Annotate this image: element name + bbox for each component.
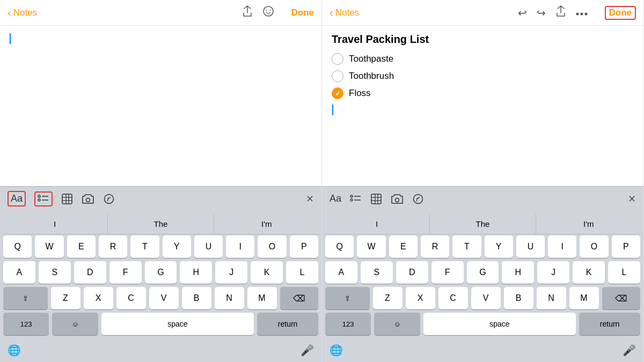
- rkey-f[interactable]: F: [431, 261, 464, 284]
- right-back-button[interactable]: ‹ Notes: [330, 6, 359, 19]
- check-circle-floss[interactable]: [332, 87, 343, 99]
- key-numbers[interactable]: 123: [3, 313, 49, 335]
- rkey-r[interactable]: R: [421, 235, 449, 258]
- right-markup-button[interactable]: [412, 193, 424, 205]
- rkey-t[interactable]: T: [452, 235, 481, 258]
- rkey-g[interactable]: G: [467, 261, 499, 284]
- key-r[interactable]: R: [99, 235, 127, 258]
- rkey-shift[interactable]: ⇧: [325, 287, 370, 309]
- rkey-n[interactable]: N: [537, 287, 566, 309]
- left-table-button[interactable]: [61, 193, 73, 205]
- key-z[interactable]: Z: [51, 287, 80, 309]
- key-n[interactable]: N: [215, 287, 244, 309]
- left-suggest-i[interactable]: I: [2, 214, 108, 234]
- left-suggest-the[interactable]: The: [108, 214, 214, 234]
- left-globe-icon[interactable]: 🌐: [8, 344, 21, 357]
- rkey-i[interactable]: I: [548, 235, 576, 258]
- rkey-numbers[interactable]: 123: [325, 313, 371, 335]
- key-shift[interactable]: ⇧: [3, 287, 48, 309]
- key-y[interactable]: Y: [163, 235, 191, 258]
- key-l[interactable]: L: [286, 261, 318, 284]
- rkey-k[interactable]: K: [573, 261, 605, 284]
- right-mic-icon[interactable]: 🎤: [623, 344, 636, 357]
- rkey-d[interactable]: D: [396, 261, 428, 284]
- key-s[interactable]: S: [39, 261, 71, 284]
- right-more-icon[interactable]: [576, 6, 588, 19]
- key-b[interactable]: B: [182, 287, 211, 309]
- rkey-return[interactable]: return: [579, 313, 640, 335]
- key-i[interactable]: I: [226, 235, 254, 258]
- right-globe-icon[interactable]: 🌐: [330, 344, 343, 357]
- rkey-delete[interactable]: ⌫: [602, 287, 641, 309]
- right-suggest-im[interactable]: I'm: [536, 214, 641, 234]
- key-g[interactable]: G: [145, 261, 177, 284]
- rkey-p[interactable]: P: [612, 235, 640, 258]
- rkey-y[interactable]: Y: [485, 235, 513, 258]
- rkey-u[interactable]: U: [516, 235, 545, 258]
- key-emoji[interactable]: ☺: [52, 313, 98, 335]
- right-share-icon[interactable]: [555, 5, 566, 20]
- rkey-x[interactable]: X: [406, 287, 435, 309]
- key-a[interactable]: A: [3, 261, 35, 284]
- right-close-kb-button[interactable]: ✕: [628, 193, 636, 205]
- right-camera-button[interactable]: [391, 194, 404, 204]
- key-f[interactable]: F: [109, 261, 142, 284]
- right-aa-button[interactable]: Aa: [330, 193, 341, 204]
- svg-point-13: [105, 194, 114, 203]
- rkey-m[interactable]: M: [569, 287, 599, 309]
- key-w[interactable]: W: [35, 235, 63, 258]
- key-h[interactable]: H: [180, 261, 212, 284]
- rkey-b[interactable]: B: [504, 287, 533, 309]
- key-v[interactable]: V: [149, 287, 179, 309]
- left-aa-button[interactable]: Aa: [8, 191, 26, 206]
- key-q[interactable]: Q: [3, 235, 32, 258]
- key-k[interactable]: K: [251, 261, 283, 284]
- right-suggest-i[interactable]: I: [324, 214, 430, 234]
- key-u[interactable]: U: [194, 235, 223, 258]
- left-suggest-im[interactable]: I'm: [214, 214, 319, 234]
- rkey-v[interactable]: V: [471, 287, 501, 309]
- left-back-button[interactable]: ‹ Notes: [8, 6, 37, 19]
- left-share-icon[interactable]: [242, 5, 253, 20]
- right-list-button[interactable]: [350, 194, 362, 204]
- right-redo-icon[interactable]: ↪: [537, 6, 546, 19]
- rkey-c[interactable]: C: [438, 287, 468, 309]
- rkey-j[interactable]: J: [537, 261, 569, 284]
- right-undo-icon[interactable]: ↩: [518, 6, 527, 19]
- right-table-button[interactable]: [370, 193, 382, 205]
- right-suggest-the[interactable]: The: [430, 214, 536, 234]
- rkey-space[interactable]: space: [423, 313, 576, 335]
- left-close-kb-button[interactable]: ✕: [306, 193, 314, 205]
- left-list-button[interactable]: [34, 191, 53, 206]
- key-x[interactable]: X: [84, 287, 113, 309]
- rkey-h[interactable]: H: [502, 261, 534, 284]
- left-markup-button[interactable]: [103, 193, 115, 205]
- key-e[interactable]: E: [67, 235, 96, 258]
- rkey-a[interactable]: A: [325, 261, 357, 284]
- key-space[interactable]: space: [101, 313, 254, 335]
- rkey-q[interactable]: Q: [325, 235, 354, 258]
- check-circle-toothpaste[interactable]: [332, 53, 343, 65]
- left-camera-button[interactable]: [82, 194, 94, 204]
- key-m[interactable]: M: [247, 287, 277, 309]
- right-done-button[interactable]: Done: [605, 6, 636, 20]
- key-j[interactable]: J: [215, 261, 247, 284]
- rkey-w[interactable]: W: [357, 235, 385, 258]
- key-d[interactable]: D: [74, 261, 106, 284]
- rkey-o[interactable]: O: [580, 235, 608, 258]
- key-delete[interactable]: ⌫: [280, 287, 319, 309]
- key-o[interactable]: O: [258, 235, 286, 258]
- key-return[interactable]: return: [257, 313, 318, 335]
- rkey-e[interactable]: E: [389, 235, 418, 258]
- key-c[interactable]: C: [116, 287, 146, 309]
- left-done-button[interactable]: Done: [291, 8, 314, 18]
- left-smiley-icon[interactable]: [262, 5, 274, 20]
- rkey-s[interactable]: S: [361, 261, 393, 284]
- key-t[interactable]: T: [130, 235, 159, 258]
- left-mic-icon[interactable]: 🎤: [301, 344, 314, 357]
- key-p[interactable]: P: [290, 235, 318, 258]
- check-circle-toothbrush[interactable]: [332, 70, 343, 82]
- rkey-emoji[interactable]: ☺: [374, 313, 420, 335]
- rkey-z[interactable]: Z: [373, 287, 402, 309]
- rkey-l[interactable]: L: [608, 261, 640, 284]
